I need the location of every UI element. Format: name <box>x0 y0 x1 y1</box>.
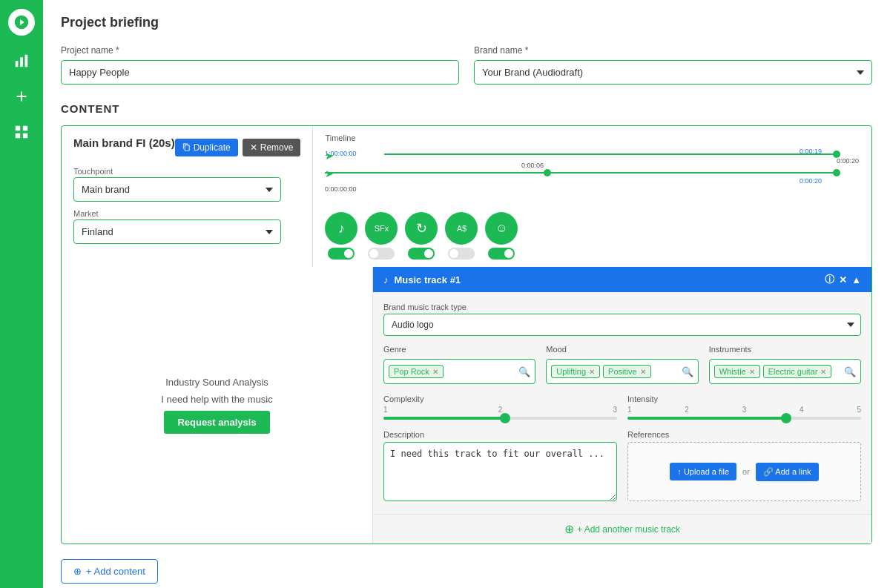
complexity-slider-fill <box>383 417 505 420</box>
complexity-group: Complexity 1 2 3 <box>383 394 617 420</box>
help-text: I need help with the music <box>161 394 272 405</box>
loop-icon-group: ↻ <box>405 212 438 260</box>
instruments-search-icon[interactable]: 🔍 <box>844 366 856 377</box>
svg-rect-2 <box>25 55 28 67</box>
close-circle-icon[interactable]: ✕ <box>839 274 847 285</box>
sfx-toggle[interactable] <box>368 248 395 260</box>
music-icon-group: ♪ <box>325 212 357 260</box>
mood-tag-positive-remove[interactable]: ✕ <box>640 368 646 376</box>
touchpoint-select[interactable]: Main brand <box>73 177 281 202</box>
header-actions: Duplicate ✕ Remove <box>175 139 301 156</box>
genre-tag-pop-rock: Pop Rock ✕ <box>389 365 444 378</box>
description-references-row: Description I need this track to fit our… <box>383 430 861 503</box>
music-toggle[interactable] <box>328 248 355 260</box>
mood-group: Mood Uplifting ✕ Positive ✕ 🔍 <box>546 345 698 384</box>
content-block-body: Industry Sound Analysis I need help with… <box>62 267 871 544</box>
instruments-group: Instruments Whistle ✕ Electric guitar ✕ … <box>709 345 861 384</box>
genre-search-icon[interactable]: 🔍 <box>518 366 530 377</box>
mood-tag-input[interactable]: Uplifting ✕ Positive ✕ 🔍 <box>546 359 698 384</box>
text-icon-group: A$ <box>445 212 478 260</box>
info-circle-icon[interactable]: ⓘ <box>825 273 834 286</box>
complexity-label: Complexity <box>383 394 617 403</box>
timeline-arrow-1: ➤ <box>325 150 334 162</box>
text-circle-icon[interactable]: A$ <box>445 212 478 245</box>
add-content-plus-icon: ⊕ <box>73 566 82 577</box>
intensity-slider-track[interactable] <box>627 417 861 420</box>
plus-icon[interactable] <box>11 86 32 107</box>
timeline-section: Timeline 1:00:00:00 0:00:19 0:00:20 0:00… <box>312 126 871 267</box>
upload-file-button[interactable]: ↑ Upload a file <box>670 463 736 480</box>
genre-tag-input[interactable]: Pop Rock ✕ 🔍 <box>383 359 535 384</box>
add-another-music-track-link[interactable]: ⊕ + Add another music track <box>380 522 864 536</box>
instruments-tag-guitar: Electric guitar ✕ <box>763 365 832 378</box>
genre-tag-remove[interactable]: ✕ <box>432 368 438 376</box>
loop-circle-icon[interactable]: ↻ <box>405 212 438 245</box>
app-logo[interactable] <box>8 9 35 36</box>
music-track-body: Brand music track type Audio logo Genre … <box>373 292 871 514</box>
sfx-icon-group: SFx <box>365 212 398 260</box>
text-toggle[interactable] <box>448 248 475 260</box>
svg-text:0:00:20: 0:00:20 <box>837 157 859 165</box>
mood-search-icon[interactable]: 🔍 <box>682 366 693 377</box>
complexity-numbers: 1 2 3 <box>383 406 617 414</box>
svg-point-9 <box>544 169 551 176</box>
mood-tag-uplifting: Uplifting ✕ <box>551 365 600 378</box>
music-track-header-left: ♪ Music track #1 <box>383 274 461 285</box>
content-block-title: Main brand FI (20s) <box>73 136 175 149</box>
project-name-input[interactable] <box>61 60 459 85</box>
music-track-header-right: ⓘ ✕ ▲ <box>825 273 861 286</box>
svg-text:0:00:20: 0:00:20 <box>800 177 822 185</box>
collapse-icon[interactable]: ▲ <box>851 274 861 285</box>
add-link-button[interactable]: 🔗 Add a link <box>756 463 819 481</box>
timeline-svg: 1:00:00:00 0:00:19 0:00:20 0:00:06 0:00:… <box>325 147 860 206</box>
remove-button[interactable]: ✕ Remove <box>243 139 301 156</box>
touchpoint-label: Touchpoint <box>73 167 300 176</box>
svg-point-11 <box>833 169 840 176</box>
sfx-circle-icon[interactable]: SFx <box>365 212 398 245</box>
complexity-slider-thumb[interactable] <box>500 413 510 423</box>
music-track-header: ♪ Music track #1 ⓘ ✕ ▲ <box>373 267 871 292</box>
sliders-row: Complexity 1 2 3 <box>383 394 861 420</box>
mood-tag-uplifting-remove[interactable]: ✕ <box>589 368 595 376</box>
svg-text:0:00:19: 0:00:19 <box>800 148 822 155</box>
music-track-title: Music track #1 <box>395 274 461 285</box>
instruments-tag-whistle-remove[interactable]: ✕ <box>749 368 755 376</box>
project-brand-row: Project name * Brand name * Your Brand (… <box>61 45 872 85</box>
complexity-slider-track[interactable] <box>383 417 617 420</box>
touchpoint-market-form: Touchpoint Main brand Market Finland <box>73 167 300 244</box>
track-type-select[interactable]: Audio logo <box>383 314 861 336</box>
references-dropzone: ↑ Upload a file or 🔗 Add a link <box>627 442 861 501</box>
track-icons-row: ♪ SFx ↻ A$ ☺ <box>325 212 860 260</box>
voice-toggle[interactable] <box>488 248 515 260</box>
intensity-numbers: 1 2 3 4 5 <box>627 406 861 414</box>
music-note-icon: ♪ <box>383 274 389 285</box>
loop-toggle[interactable] <box>408 248 435 260</box>
intensity-slider-thumb[interactable] <box>781 413 791 423</box>
svg-rect-0 <box>16 61 19 67</box>
left-panel: Industry Sound Analysis I need help with… <box>62 267 373 544</box>
add-content-wrap: ⊕ + Add content <box>61 559 872 584</box>
svg-rect-1 <box>20 57 23 67</box>
intensity-slider-fill <box>627 417 786 420</box>
grid-icon[interactable] <box>11 122 32 142</box>
voice-circle-icon[interactable]: ☺ <box>485 212 518 245</box>
brand-name-select[interactable]: Your Brand (Audiodraft) <box>474 60 872 85</box>
mood-label: Mood <box>546 345 698 354</box>
page-title: Project briefing <box>61 15 872 30</box>
project-name-label: Project name * <box>61 45 459 56</box>
svg-text:0:00:06: 0:00:06 <box>521 162 544 169</box>
instruments-tag-guitar-remove[interactable]: ✕ <box>820 368 826 376</box>
duplicate-button[interactable]: Duplicate <box>175 139 238 156</box>
right-panel: ♪ Music track #1 ⓘ ✕ ▲ Brand music track… <box>373 267 871 544</box>
content-section-title: CONTENT <box>61 102 872 115</box>
music-circle-icon[interactable]: ♪ <box>325 212 357 245</box>
description-textarea[interactable]: I need this track to fit our overall ... <box>383 442 617 501</box>
add-content-button[interactable]: ⊕ + Add content <box>61 559 158 584</box>
voice-icon-group: ☺ <box>485 212 518 260</box>
bar-chart-icon[interactable] <box>11 50 32 71</box>
request-analysis-button[interactable]: Request analysis <box>164 411 269 434</box>
content-block-header: Main brand FI (20s) Duplicate ✕ Remove <box>62 126 871 267</box>
brand-name-group: Brand name * Your Brand (Audiodraft) <box>474 45 872 85</box>
instruments-tag-input[interactable]: Whistle ✕ Electric guitar ✕ 🔍 <box>709 359 861 384</box>
market-select[interactable]: Finland <box>73 219 281 244</box>
